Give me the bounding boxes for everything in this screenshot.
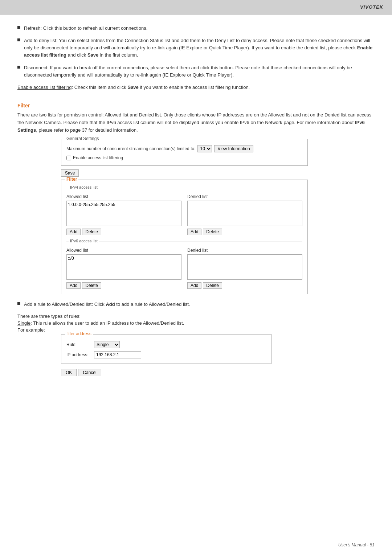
- ok-cancel-row: OK Cancel: [61, 369, 375, 376]
- ipv4-denied-buttons: Add Delete: [187, 229, 302, 235]
- bullet-text-disconnect: Disconnect: If you want to break off the…: [24, 64, 375, 79]
- ipv4-allowed-delete-button[interactable]: Delete: [82, 229, 101, 235]
- ipv4-allowed-col: Allowed list 1.0.0.0-255.255.255.255 Add…: [66, 194, 181, 235]
- ipv6-access-list: IPv6 access list Allowed list ::/0 Add D…: [66, 242, 302, 289]
- bullet-add-deny: Add to deny list: You can select entries…: [17, 37, 375, 59]
- filter-address-box: filter address Rule: Single Network Rang…: [61, 334, 271, 364]
- ipv4-list-columns: Allowed list 1.0.0.0-255.255.255.255 Add…: [66, 194, 302, 235]
- filter-title: Filter: [17, 103, 375, 108]
- enable-access-link: Enable access list filtering: [17, 85, 72, 90]
- header-bar: VIVOTEK: [0, 0, 392, 14]
- ip-address-label: IP address:: [66, 352, 92, 357]
- bullet-refresh: Refresh: Click this button to refresh al…: [17, 25, 375, 32]
- ipv6-allowed-buttons: Add Delete: [66, 282, 181, 289]
- rules-intro: There are three types of rules:: [17, 313, 375, 319]
- ip-address-input[interactable]: [94, 351, 141, 358]
- ipv6-denied-add-button[interactable]: Add: [187, 282, 201, 289]
- general-settings-box: General Settings Maximum number of concu…: [61, 139, 308, 166]
- ipv6-legend: IPv6 access list: [69, 239, 99, 243]
- ipv4-denied-textarea[interactable]: [187, 201, 302, 226]
- bullet-square-deny: [17, 38, 20, 41]
- general-settings-legend: General Settings: [65, 136, 100, 141]
- ipv6-allowed-textarea[interactable]: ::/0: [66, 254, 181, 280]
- max-connections-row: Maximum number of concurrent streaming c…: [66, 145, 302, 152]
- view-information-button[interactable]: View Information: [214, 145, 253, 152]
- ipv4-access-list: IPv4 access list Allowed list 1.0.0.0-25…: [66, 188, 302, 235]
- ipv6-denied-textarea[interactable]: [187, 254, 302, 280]
- ip-address-row: IP address:: [66, 351, 266, 358]
- rule-label: Rule:: [66, 342, 92, 347]
- enable-filtering-checkbox[interactable]: [66, 156, 71, 160]
- bullet-square-disconnect: [17, 66, 20, 69]
- filter-box: Filter IPv4 access list Allowed list 1.0…: [61, 180, 308, 294]
- ipv6-denied-buttons: Add Delete: [187, 282, 302, 289]
- ipv4-denied-col: Denied list Add Delete: [187, 194, 302, 235]
- cancel-button[interactable]: Cancel: [78, 369, 101, 376]
- ipv4-allowed-label: Allowed list: [66, 194, 181, 199]
- single-rule-text: : This rule allows the user to add an IP…: [30, 320, 184, 326]
- ipv6-allowed-delete-button[interactable]: Delete: [82, 282, 101, 289]
- ipv6-allowed-add-button[interactable]: Add: [66, 282, 81, 289]
- content-area: Refresh: Click this button to refresh al…: [0, 15, 392, 394]
- bullet-square-add-rule: [17, 302, 20, 305]
- save-button-area: Save: [61, 169, 375, 177]
- filter-description: There are two lists for permission contr…: [17, 111, 375, 134]
- bullet-text-refresh: Refresh: Click this button to refresh al…: [24, 25, 375, 32]
- bullet-text-deny: Add to deny list: You can select entries…: [24, 37, 375, 59]
- ipv4-denied-delete-button[interactable]: Delete: [203, 229, 222, 235]
- filter-box-legend: Filter: [65, 177, 78, 182]
- ipv4-denied-label: Denied list: [187, 194, 302, 199]
- ipv6-allowed-label: Allowed list: [66, 248, 181, 253]
- enable-filtering-row: Enable access list filtering: [66, 155, 302, 160]
- below-filter-section: Add a rule to Allowed/Denied list: Click…: [17, 301, 375, 308]
- rule-dropdown[interactable]: Single Network Range: [94, 341, 120, 348]
- bullet-disconnect: Disconnect: If you want to break off the…: [17, 64, 375, 79]
- ipv6-list-columns: Allowed list ::/0 Add Delete Denied list…: [66, 248, 302, 289]
- bullet-square-refresh: [17, 26, 20, 29]
- ok-button[interactable]: OK: [61, 369, 77, 376]
- filter-address-legend: filter address: [65, 331, 93, 336]
- save-button[interactable]: Save: [61, 169, 79, 177]
- footer-divider: [0, 540, 392, 540]
- for-example-text: For example:: [17, 327, 45, 333]
- single-rule-line: Single: This rule allows the user to add…: [17, 320, 375, 326]
- ipv6-denied-col: Denied list Add Delete: [187, 248, 302, 289]
- rules-section: There are three types of rules: Single: …: [17, 313, 375, 333]
- ipv4-denied-add-button[interactable]: Add: [187, 229, 201, 235]
- brand-logo: VIVOTEK: [360, 4, 383, 10]
- max-connections-label: Maximum number of concurrent streaming c…: [66, 146, 195, 151]
- max-connections-dropdown[interactable]: 10 123456789: [197, 145, 212, 152]
- ipv4-legend: IPv4 access list: [69, 185, 99, 189]
- ipv4-allowed-buttons: Add Delete: [66, 229, 181, 235]
- enable-filtering-label: Enable access list filtering: [73, 155, 123, 160]
- bullet-add-rule: Add a rule to Allowed/Denied list: Click…: [17, 301, 375, 308]
- ipv6-denied-label: Denied list: [187, 248, 302, 253]
- enable-access-line: Enable access list filtering: Check this…: [17, 84, 375, 91]
- bullet-text-add-rule: Add a rule to Allowed/Denied list: Click…: [24, 301, 375, 308]
- single-rule-underline: Single: [17, 320, 30, 326]
- ipv4-allowed-textarea[interactable]: 1.0.0.0-255.255.255.255: [66, 201, 181, 226]
- rule-row: Rule: Single Network Range: [66, 341, 266, 348]
- ipv6-allowed-col: Allowed list ::/0 Add Delete: [66, 248, 181, 289]
- ipv6-denied-delete-button[interactable]: Delete: [203, 282, 222, 289]
- ipv4-allowed-add-button[interactable]: Add: [66, 229, 81, 235]
- page-footer: User's Manual - 51: [338, 542, 375, 547]
